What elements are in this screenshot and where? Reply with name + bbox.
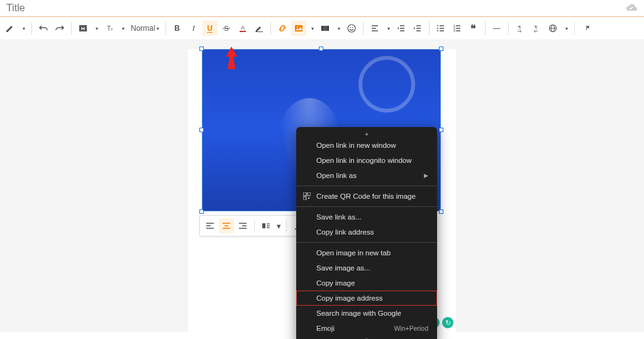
menu-open-new-window[interactable]: Open link in new window <box>296 138 437 153</box>
svg-rect-8 <box>255 31 263 32</box>
italic-button[interactable]: I <box>186 21 201 36</box>
svg-text:A: A <box>241 25 245 31</box>
resize-handle-bl[interactable] <box>199 209 204 214</box>
img-wrap-icon[interactable] <box>258 218 274 233</box>
image-icon[interactable] <box>291 21 306 36</box>
menu-open-incognito[interactable]: Open link in incognito window <box>296 153 437 168</box>
menu-emoji[interactable]: EmojiWin+Period <box>296 321 437 336</box>
ltr-icon[interactable]: ¶ <box>513 21 528 36</box>
img-align-right-icon[interactable] <box>235 218 250 233</box>
svg-text:¶: ¶ <box>518 25 521 30</box>
menu-copy-image-address[interactable]: Copy image address <box>296 291 437 306</box>
svg-point-16 <box>352 27 353 28</box>
svg-point-14 <box>348 25 355 32</box>
paragraph-style-dropdown[interactable]: Normal▾ <box>128 21 162 36</box>
fab-refresh-icon[interactable]: ↻ <box>442 317 453 328</box>
number-list-icon[interactable]: 123 <box>450 21 465 36</box>
globe-dropdown[interactable]: ▾ <box>562 21 570 36</box>
resize-handle-ml[interactable] <box>199 128 204 132</box>
redo-icon[interactable] <box>52 21 67 36</box>
font-size-dropdown[interactable]: ▾ <box>118 21 127 36</box>
highlight-icon[interactable] <box>252 21 267 36</box>
resize-handle-tr[interactable] <box>439 47 443 51</box>
video-icon[interactable] <box>318 21 333 36</box>
emoji-icon[interactable] <box>344 21 359 36</box>
title-input[interactable] <box>6 3 625 14</box>
img-wrap-dropdown[interactable]: ▾ <box>275 218 282 233</box>
resize-handle-mr[interactable] <box>439 128 443 132</box>
rtl-icon[interactable]: ¶ <box>529 21 544 36</box>
menu-search-google[interactable]: Search image with Google <box>296 306 437 321</box>
pen-dropdown[interactable]: ▾ <box>19 21 28 36</box>
hr-icon[interactable]: — <box>489 21 504 36</box>
svg-text:T: T <box>111 28 113 31</box>
cloud-saved-icon <box>625 3 638 14</box>
svg-point-15 <box>350 27 351 28</box>
svg-rect-63 <box>308 192 311 196</box>
editor-canvas: ▾ A ▲ Open link in new window Open link … <box>0 40 644 332</box>
menu-scroll-up-icon[interactable]: ▲ <box>296 130 437 138</box>
svg-rect-55 <box>262 223 265 228</box>
align-dropdown[interactable]: ▾ <box>384 21 392 36</box>
title-bar <box>0 0 644 17</box>
image-dropdown[interactable]: ▾ <box>308 21 316 36</box>
menu-open-as[interactable]: Open link as▶ <box>296 168 437 183</box>
resize-handle-tl[interactable] <box>199 47 204 51</box>
svg-rect-65 <box>308 197 309 199</box>
document-page[interactable]: ▾ A ▲ Open link in new window Open link … <box>188 49 456 332</box>
main-toolbar: ▾ H ▾ TT ▾ Normal▾ B I U S A ▾ ▾ ▾ 123 ❝… <box>0 17 644 40</box>
clear-format-icon[interactable]: T <box>579 21 594 36</box>
pen-tool-icon[interactable] <box>3 21 18 36</box>
svg-rect-64 <box>303 197 306 200</box>
resize-handle-br[interactable] <box>439 209 443 214</box>
outdent-icon[interactable] <box>394 21 409 36</box>
submenu-arrow-icon: ▶ <box>424 172 428 179</box>
text-color-icon[interactable]: A <box>235 21 250 36</box>
link-icon[interactable] <box>275 21 290 36</box>
svg-text:3: 3 <box>453 29 455 33</box>
svg-rect-12 <box>321 26 323 31</box>
img-align-left-icon[interactable] <box>203 218 218 233</box>
strikethrough-icon[interactable]: S <box>219 21 234 36</box>
heading-dropdown[interactable]: ▾ <box>92 21 101 36</box>
align-icon[interactable] <box>367 21 382 36</box>
svg-rect-7 <box>240 31 246 32</box>
menu-open-image[interactable]: Open image in new tab <box>296 245 437 260</box>
annotation-arrow-icon <box>222 47 241 72</box>
svg-text:H: H <box>81 26 85 31</box>
undo-icon[interactable] <box>36 21 51 36</box>
menu-scroll-down-icon[interactable]: ▼ <box>296 336 437 339</box>
menu-shortcut: Win+Period <box>394 325 428 332</box>
menu-copy-image[interactable]: Copy image <box>296 275 437 291</box>
svg-text:¶: ¶ <box>535 25 537 30</box>
svg-point-10 <box>297 26 298 28</box>
svg-point-28 <box>437 30 438 31</box>
svg-rect-62 <box>303 192 306 196</box>
globe-icon[interactable] <box>545 21 560 36</box>
menu-create-qr[interactable]: Create QR Code for this image <box>296 189 437 204</box>
quote-icon[interactable]: ❝ <box>466 21 481 36</box>
svg-point-27 <box>437 28 438 29</box>
menu-copy-link[interactable]: Copy link address <box>296 225 437 240</box>
video-dropdown[interactable]: ▾ <box>334 21 343 36</box>
font-size-icon[interactable]: TT <box>102 21 117 36</box>
context-menu: ▲ Open link in new window Open link in i… <box>296 127 437 339</box>
svg-point-26 <box>437 25 438 26</box>
img-align-center-icon[interactable] <box>219 218 234 233</box>
underline-button[interactable]: U <box>203 21 218 36</box>
menu-save-image[interactable]: Save image as... <box>296 260 437 275</box>
menu-save-link[interactable]: Save link as... <box>296 209 437 225</box>
bullet-list-icon[interactable] <box>433 21 448 36</box>
bold-button[interactable]: B <box>170 21 185 36</box>
indent-icon[interactable] <box>410 21 425 36</box>
qr-icon <box>303 192 311 201</box>
resize-handle-tm[interactable] <box>319 47 323 51</box>
heading-icon[interactable]: H <box>75 21 91 36</box>
svg-rect-13 <box>328 26 329 31</box>
